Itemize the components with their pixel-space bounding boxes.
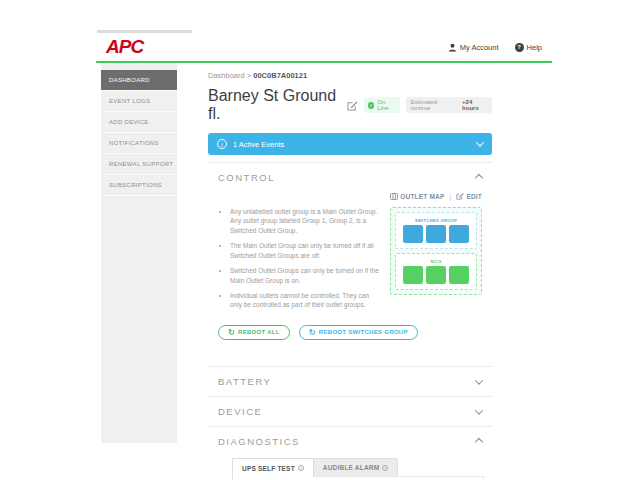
- user-icon: [448, 43, 457, 52]
- reboot-all-button[interactable]: ↻REBOOT ALL: [218, 325, 290, 341]
- sidebar-item-event-logs[interactable]: EVENT LOGS: [101, 91, 177, 112]
- status-badge: ✓ On Line: [364, 97, 400, 113]
- edit-link-label: EDIT: [466, 193, 482, 200]
- chevron-down-icon[interactable]: [475, 376, 483, 384]
- info-icon: i: [382, 465, 388, 471]
- control-rule: Switched Outlet Groups can only be turne…: [230, 266, 380, 285]
- outlet-map-icon: [390, 193, 398, 200]
- help-button[interactable]: ? Help: [515, 43, 542, 52]
- outlet-map-link-label: OUTLET MAP: [400, 193, 444, 200]
- runtime-label: Estimated runtime: [410, 99, 454, 111]
- chevron-up-icon[interactable]: [475, 438, 483, 446]
- accordion-sections: CONTROL OUTLET MAP |: [208, 162, 492, 480]
- battery-header[interactable]: BATTERY: [208, 367, 492, 396]
- device-title: DEVICE: [218, 406, 262, 417]
- sidebar-item-dashboard[interactable]: DASHBOARD: [101, 70, 177, 91]
- info-icon: i: [217, 139, 227, 149]
- control-rule: Any unlabelled outlet group is a Main Ou…: [230, 207, 380, 235]
- breadcrumb-separator: >: [247, 71, 251, 80]
- section-diagnostics: DIAGNOSTICS UPS SELF TESTiAUDIBLE ALARMi: [208, 426, 492, 480]
- outlet-icon[interactable]: [449, 225, 469, 243]
- outlet-squares: [403, 225, 469, 243]
- tab-label: AUDIBLE ALARM: [323, 464, 380, 471]
- outlet-icon[interactable]: [403, 225, 423, 243]
- my-account-label: My Account: [460, 43, 499, 52]
- device-title-row: Barney St Ground fl. ✓ On Line Estimated…: [208, 87, 492, 123]
- outlet-group-label: NICS: [430, 260, 441, 264]
- diagnostics-title: DIAGNOSTICS: [218, 436, 300, 447]
- active-events-bar[interactable]: i 1 Active Events: [208, 133, 492, 155]
- app-header: APC My Account ? Help: [96, 33, 552, 61]
- control-rule: The Main Outlet Group can only be turned…: [230, 241, 380, 260]
- breadcrumb-current: 00C0B7A00121: [253, 71, 307, 80]
- outlet-icon[interactable]: [426, 225, 446, 243]
- diagnostics-header[interactable]: DIAGNOSTICS: [208, 427, 492, 456]
- edit-title-icon[interactable]: [347, 100, 358, 111]
- sidebar-nav: DASHBOARDEVENT LOGSADD DEVICENOTIFICATIO…: [101, 63, 177, 443]
- control-header[interactable]: CONTROL: [208, 163, 492, 192]
- battery-title: BATTERY: [218, 376, 271, 387]
- my-account-button[interactable]: My Account: [448, 43, 499, 52]
- runtime-badge: Estimated runtime +24 hours: [406, 97, 492, 113]
- outlet-icon[interactable]: [403, 266, 423, 284]
- sidebar-item-add-device[interactable]: ADD DEVICE: [101, 112, 177, 133]
- control-title: CONTROL: [218, 172, 275, 183]
- button-label: REBOOT ALL: [238, 328, 280, 338]
- section-control: CONTROL OUTLET MAP |: [208, 162, 492, 366]
- device-header[interactable]: DEVICE: [208, 397, 492, 426]
- section-battery: BATTERY: [208, 366, 492, 396]
- outlet-map-link[interactable]: OUTLET MAP: [390, 193, 444, 200]
- chevron-up-icon[interactable]: [475, 173, 483, 181]
- diagnostics-tabs: UPS SELF TESTiAUDIBLE ALARMi: [232, 458, 482, 477]
- tab-audible-alarm[interactable]: AUDIBLE ALARMi: [314, 458, 399, 477]
- button-label: REBOOT SWITCHES GROUP: [319, 328, 408, 338]
- chevron-down-icon[interactable]: [475, 406, 483, 414]
- breadcrumb-root[interactable]: Dashboard: [208, 71, 245, 80]
- runtime-value: +24 hours: [462, 99, 488, 111]
- active-events-label: 1 Active Events: [233, 140, 284, 149]
- sidebar-item-notifications[interactable]: NOTIFICATIONS: [101, 133, 177, 154]
- outlet-squares: [403, 266, 469, 284]
- sidebar-item-subscriptions[interactable]: SUBSCRIPTIONS: [101, 175, 177, 196]
- refresh-icon: ↻: [309, 329, 316, 337]
- chevron-down-icon[interactable]: [476, 138, 484, 146]
- edit-icon: [456, 192, 464, 200]
- check-icon: ✓: [368, 102, 374, 109]
- reboot-buttons: ↻REBOOT ALL↻REBOOT SWITCHES GROUP: [218, 325, 482, 341]
- section-device: DEVICE: [208, 396, 492, 426]
- control-rules-list: Any unlabelled outlet group is a Main Ou…: [218, 207, 380, 316]
- control-links: OUTLET MAP | EDIT: [218, 192, 482, 200]
- apc-dashboard-page: APC My Account ? Help DASHBOARDEVENT LOG…: [0, 0, 640, 480]
- active-events-left: i 1 Active Events: [217, 139, 284, 149]
- outlet-group-switches-group[interactable]: SWITCHES GROUP: [395, 212, 477, 249]
- apc-logo: APC: [106, 36, 143, 58]
- link-separator: |: [450, 193, 452, 200]
- control-rule: Individual outlets cannot be controlled.…: [230, 291, 380, 310]
- reboot-switches-group-button[interactable]: ↻REBOOT SWITCHES GROUP: [299, 325, 418, 341]
- tab-label: UPS SELF TEST: [242, 465, 295, 472]
- outlet-icon[interactable]: [426, 266, 446, 284]
- outlet-icon[interactable]: [449, 266, 469, 284]
- breadcrumb: Dashboard > 00C0B7A00121: [208, 71, 492, 80]
- info-icon: i: [298, 465, 304, 471]
- diagnostics-body: UPS SELF TESTiAUDIBLE ALARMi: [208, 456, 492, 480]
- outlet-group-nics[interactable]: NICS: [395, 253, 477, 290]
- help-label: Help: [527, 43, 542, 52]
- status-label: On Line: [377, 99, 396, 111]
- control-body: OUTLET MAP | EDIT Any unlabelled outlet …: [208, 192, 492, 366]
- header-actions: My Account ? Help: [448, 43, 542, 52]
- refresh-icon: ↻: [228, 329, 235, 337]
- tab-ups-self-test[interactable]: UPS SELF TESTi: [232, 458, 314, 477]
- help-icon: ?: [515, 43, 524, 52]
- page-title: Barney St Ground fl.: [208, 87, 341, 123]
- main-content: Dashboard > 00C0B7A00121 Barney St Groun…: [208, 63, 492, 480]
- edit-link[interactable]: EDIT: [456, 192, 482, 200]
- sidebar-item-renewal-support[interactable]: RENEWAL SUPPORT: [101, 154, 177, 175]
- outlet-group-label: SWITCHES GROUP: [415, 219, 458, 223]
- control-columns: Any unlabelled outlet group is a Main Ou…: [218, 207, 482, 316]
- outlet-map[interactable]: SWITCHES GROUPNICS: [390, 207, 482, 295]
